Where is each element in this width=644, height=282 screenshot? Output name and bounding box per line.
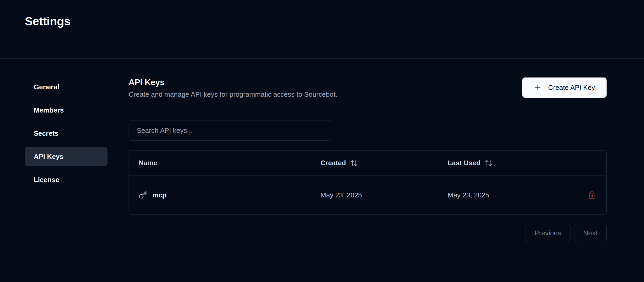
column-header-last-used[interactable]: Last Used bbox=[438, 159, 577, 167]
sidebar-item-members[interactable]: Members bbox=[25, 101, 108, 120]
api-key-actions-cell bbox=[577, 188, 606, 202]
api-key-created-cell: May 23, 2025 bbox=[311, 191, 438, 199]
settings-content: General Members Secrets API Keys License… bbox=[0, 59, 644, 242]
arrow-up-down-icon[interactable] bbox=[350, 159, 358, 167]
column-header-name: Name bbox=[129, 159, 311, 167]
column-label: Created bbox=[320, 159, 346, 167]
arrow-up-down-icon[interactable] bbox=[485, 159, 492, 167]
sidebar-item-general[interactable]: General bbox=[25, 77, 108, 96]
api-key-name-cell: mcp bbox=[129, 191, 311, 199]
create-api-key-label: Create API Key bbox=[548, 84, 595, 92]
search-api-keys-input[interactable] bbox=[129, 120, 331, 141]
page-title: Settings bbox=[25, 14, 619, 28]
trash-icon bbox=[588, 191, 596, 199]
column-header-created[interactable]: Created bbox=[311, 159, 438, 167]
api-key-last-used-cell: May 23, 2025 bbox=[438, 191, 577, 199]
section-subtitle: Create and manage API keys for programma… bbox=[129, 90, 337, 99]
create-api-key-button[interactable]: Create API Key bbox=[522, 77, 607, 98]
settings-page: Settings General Members Secrets API Key… bbox=[0, 0, 644, 282]
sidebar-item-secrets[interactable]: Secrets bbox=[25, 124, 108, 143]
previous-page-button[interactable]: Previous bbox=[525, 224, 570, 242]
api-key-name: mcp bbox=[152, 191, 166, 199]
plus-icon bbox=[534, 84, 542, 92]
key-icon bbox=[139, 191, 147, 199]
sidebar-item-api-keys[interactable]: API Keys bbox=[25, 147, 108, 166]
api-keys-header: API Keys Create and manage API keys for … bbox=[129, 77, 607, 99]
sidebar-item-license[interactable]: License bbox=[25, 170, 108, 189]
api-keys-heading: API Keys Create and manage API keys for … bbox=[129, 77, 337, 99]
column-label: Name bbox=[139, 159, 157, 167]
table-row: mcp May 23, 2025 May 23, 2025 bbox=[129, 176, 606, 214]
column-label: Last Used bbox=[448, 159, 480, 167]
delete-api-key-button[interactable] bbox=[585, 188, 598, 202]
page-header: Settings bbox=[0, 0, 644, 59]
api-keys-table: Name Created Last Used bbox=[129, 150, 607, 215]
section-title: API Keys bbox=[129, 77, 337, 87]
settings-sidebar: General Members Secrets API Keys License bbox=[25, 77, 108, 242]
api-keys-panel: API Keys Create and manage API keys for … bbox=[129, 77, 607, 242]
table-header-row: Name Created Last Used bbox=[129, 150, 606, 176]
next-page-button[interactable]: Next bbox=[574, 224, 607, 242]
table-pagination: Previous Next bbox=[129, 224, 607, 242]
